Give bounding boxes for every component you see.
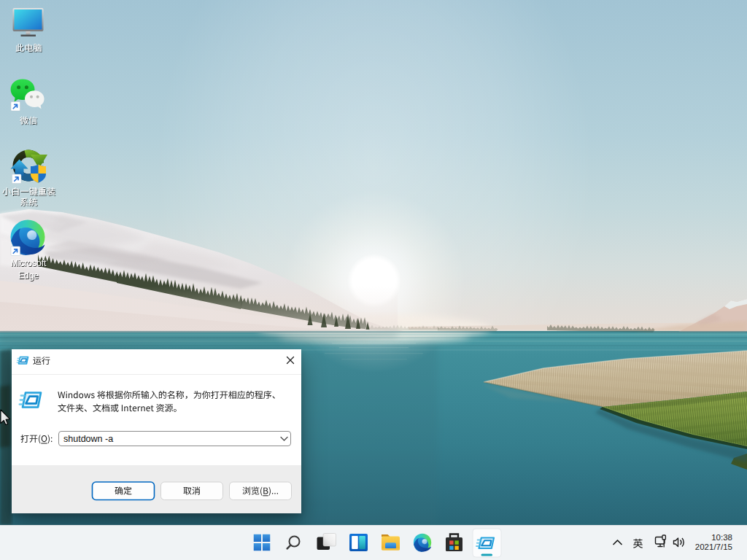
svg-text:shutdown -a: shutdown -a: [63, 434, 113, 444]
svg-text:Microsoft: Microsoft: [11, 258, 47, 268]
svg-text:Edge: Edge: [18, 271, 39, 281]
